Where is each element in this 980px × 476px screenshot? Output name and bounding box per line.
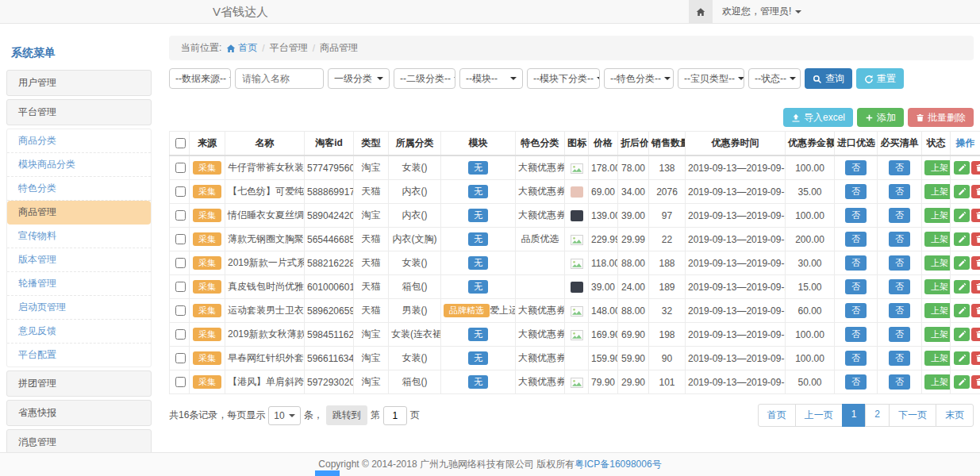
status-toggle[interactable]: 上架 [924,374,951,389]
delete-button[interactable] [971,375,980,389]
page-2-button[interactable]: 2 [865,404,890,427]
jump-page-input[interactable] [383,406,407,425]
filter-select-level1-category[interactable]: 一级分类 [328,68,390,89]
status-toggle[interactable]: 上架 [924,232,951,246]
filter-input-goods-name[interactable] [235,68,324,89]
jump-button[interactable]: 跳转到 [326,405,367,425]
home-button[interactable] [689,0,713,23]
sidebar-item-splash-page-mgmt[interactable]: 启动页管理 [7,296,151,320]
sidebar-item-groupbuy-mgmt[interactable]: 拼团管理 [6,370,152,397]
sidebar-item-platform-config[interactable]: 平台配置 [7,344,151,367]
delete-button[interactable] [971,256,980,270]
sidebar-item-goods-category[interactable]: 商品分类 [7,129,151,153]
status-toggle[interactable]: 上架 [924,327,951,341]
sidebar-item-goods-mgmt[interactable]: 商品管理 [7,201,151,225]
batch-delete-button[interactable]: 批量删除 [908,108,974,127]
must-buy-toggle[interactable]: 否 [889,351,910,365]
filter-select-data-source[interactable]: --数据来源-- [169,68,231,89]
status-toggle[interactable]: 上架 [924,208,951,222]
must-buy-toggle[interactable]: 否 [889,327,910,341]
import-select-toggle[interactable]: 否 [845,208,867,222]
edit-button[interactable] [954,256,970,270]
import-select-toggle[interactable]: 否 [845,303,867,317]
user-menu[interactable]: 欢迎您，管理员! [713,0,811,23]
edit-button[interactable] [954,161,970,175]
next-page-button[interactable]: 下一页 [889,404,936,427]
must-buy-toggle[interactable]: 否 [889,208,910,222]
filter-select-status[interactable]: --状态-- [748,68,801,89]
must-buy-toggle[interactable]: 否 [889,303,910,317]
icp-link[interactable]: 粤ICP备16098006号 [575,459,661,470]
filter-select-feature-category[interactable]: --特色分类-- [604,68,674,89]
import-select-toggle[interactable]: 否 [845,232,867,246]
status-toggle[interactable]: 上架 [924,351,951,365]
import-select-toggle[interactable]: 否 [845,374,867,389]
filter-select-module[interactable]: --模块-- [459,68,523,89]
sidebar-item-carousel-mgmt[interactable]: 轮播管理 [7,272,151,296]
import-select-toggle[interactable]: 否 [845,160,867,175]
filter-select-level2-category[interactable]: --二级分类-- [394,68,455,89]
row-checkbox[interactable] [175,234,186,244]
delete-button[interactable] [971,304,980,317]
sidebar-item-user-mgmt[interactable]: 用户管理 [6,70,152,96]
edit-button[interactable] [954,304,970,317]
breadcrumb-home[interactable]: 首页 [226,41,257,55]
row-checkbox[interactable] [175,163,186,173]
delete-button[interactable] [971,185,980,198]
import-excel-button[interactable]: 导入excel [783,108,853,127]
filter-select-item-type[interactable]: --宝贝类型-- [678,68,744,89]
delete-button[interactable] [971,209,980,222]
sidebar-item-platform-mgmt[interactable]: 平台管理 [6,99,152,125]
import-select-toggle[interactable]: 否 [845,351,867,365]
row-checkbox[interactable] [175,186,186,197]
select-all-checkbox[interactable] [175,138,186,148]
import-select-toggle[interactable]: 否 [845,184,867,198]
must-buy-toggle[interactable]: 否 [889,255,910,270]
sidebar-item-promo-material[interactable]: 宣传物料 [7,225,151,248]
row-checkbox[interactable] [175,377,186,387]
first-page-button[interactable]: 首页 [758,404,796,427]
must-buy-toggle[interactable]: 否 [889,374,910,389]
status-toggle[interactable]: 上架 [924,255,951,270]
import-select-toggle[interactable]: 否 [845,279,867,294]
edit-button[interactable] [954,328,970,341]
import-select-toggle[interactable]: 否 [845,255,867,270]
row-checkbox[interactable] [175,353,186,363]
delete-button[interactable] [971,328,980,341]
per-page-select[interactable]: 10 [268,406,300,425]
page-1-button[interactable]: 1 [842,404,867,427]
row-checkbox[interactable] [175,282,186,292]
sidebar-item-feature-category[interactable]: 特色分类 [7,177,151,201]
search-button[interactable]: 查询 [805,68,852,89]
row-checkbox[interactable] [175,258,186,268]
reset-button[interactable]: 重置 [856,68,904,89]
row-checkbox[interactable] [175,210,186,221]
sidebar-item-module-goods-category[interactable]: 模块商品分类 [7,153,151,177]
status-toggle[interactable]: 上架 [924,160,951,175]
delete-button[interactable] [971,232,980,246]
delete-button[interactable] [971,161,980,175]
delete-button[interactable] [971,351,980,365]
status-toggle[interactable]: 上架 [924,303,951,317]
must-buy-toggle[interactable]: 否 [889,279,910,294]
prev-page-button[interactable]: 上一页 [795,404,843,427]
add-button[interactable]: 添加 [857,108,904,127]
row-checkbox[interactable] [175,329,186,340]
edit-button[interactable] [954,209,970,222]
import-select-toggle[interactable]: 否 [845,327,867,341]
filter-select-module-subcategory[interactable]: --模块下分类-- [527,68,600,89]
sidebar-item-saving-express[interactable]: 省惠快报 [6,400,152,426]
must-buy-toggle[interactable]: 否 [889,184,910,198]
row-checkbox[interactable] [175,305,186,316]
last-page-button[interactable]: 末页 [936,404,974,427]
must-buy-toggle[interactable]: 否 [889,160,910,175]
sidebar-item-version-mgmt[interactable]: 版本管理 [7,248,151,272]
edit-button[interactable] [954,185,970,198]
edit-button[interactable] [954,232,970,246]
status-toggle[interactable]: 上架 [924,184,951,198]
must-buy-toggle[interactable]: 否 [889,232,910,246]
edit-button[interactable] [954,351,970,365]
delete-button[interactable] [971,280,980,294]
edit-button[interactable] [954,375,970,389]
edit-button[interactable] [954,280,970,294]
